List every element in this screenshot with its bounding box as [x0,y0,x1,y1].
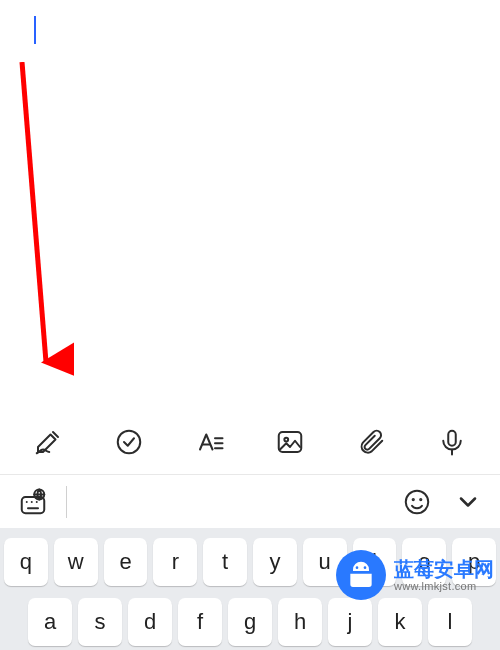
text-format-button[interactable] [180,410,240,474]
virtual-keyboard: q w e r t y u i o p a s d f g h j k l [0,528,500,650]
keyboard-header [0,474,500,528]
handwriting-button[interactable] [18,410,78,474]
svg-rect-5 [279,432,302,452]
text-cursor [34,16,36,44]
note-editor-area[interactable] [0,0,500,410]
checklist-button[interactable] [99,410,159,474]
keyboard-row-1: q w e r t y u i o p [0,538,500,586]
globe-keyboard-icon [18,487,48,517]
key-r[interactable]: r [153,538,197,586]
insert-image-button[interactable] [260,410,320,474]
attachment-button[interactable] [341,410,401,474]
svg-point-6 [285,438,289,442]
key-o[interactable]: o [402,538,446,586]
editor-toolbar [0,410,500,474]
key-g[interactable]: g [228,598,272,646]
key-p[interactable]: p [452,538,496,586]
keyboard-row-2: a s d f g h j k l [0,598,500,646]
input-method-button[interactable] [18,487,48,517]
svg-point-15 [406,490,429,513]
key-w[interactable]: w [54,538,98,586]
svg-point-17 [420,498,421,499]
key-q[interactable]: q [4,538,48,586]
key-t[interactable]: t [203,538,247,586]
checkmark-circle-icon [114,427,144,457]
key-s[interactable]: s [78,598,122,646]
attachment-icon [356,427,386,457]
key-e[interactable]: e [104,538,148,586]
handwriting-icon [33,427,63,457]
key-k[interactable]: k [378,598,422,646]
key-a[interactable]: a [28,598,72,646]
chevron-down-icon [454,488,482,516]
svg-line-0 [22,62,46,362]
key-l[interactable]: l [428,598,472,646]
annotation-arrow [14,62,74,382]
text-format-icon [195,427,225,457]
key-i[interactable]: i [353,538,397,586]
key-d[interactable]: d [128,598,172,646]
key-j[interactable]: j [328,598,372,646]
svg-point-16 [413,498,414,499]
microphone-icon [437,427,467,457]
emoji-icon [402,487,432,517]
image-icon [275,427,305,457]
emoji-button[interactable] [402,487,432,517]
key-u[interactable]: u [303,538,347,586]
svg-point-1 [118,431,141,454]
key-y[interactable]: y [253,538,297,586]
collapse-keyboard-button[interactable] [454,488,482,516]
svg-rect-7 [448,431,456,446]
voice-input-button[interactable] [422,410,482,474]
key-h[interactable]: h [278,598,322,646]
key-f[interactable]: f [178,598,222,646]
divider [66,486,67,518]
